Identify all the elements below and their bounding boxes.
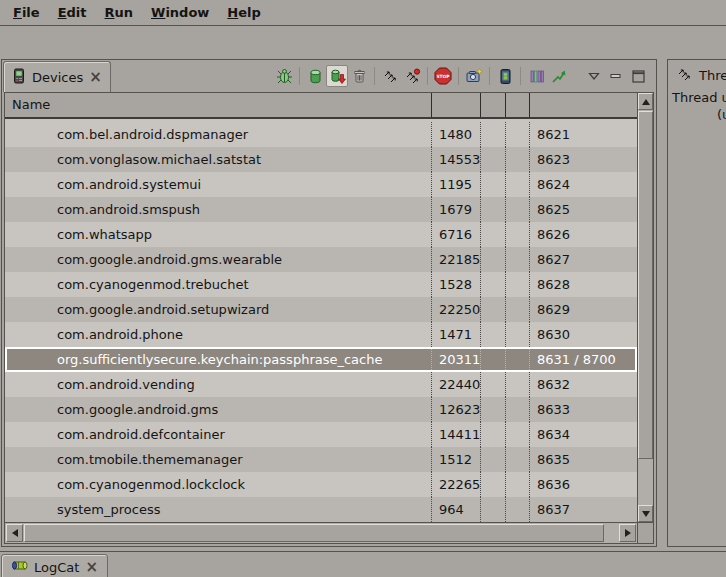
tab-threads[interactable]: Threads bbox=[669, 61, 726, 90]
cell-name: org.sufficientlysecure.keychain:passphra… bbox=[7, 349, 432, 370]
scrollbar-corner bbox=[637, 522, 653, 543]
device-client-row[interactable]: com.android.phone14718630 bbox=[5, 322, 637, 347]
toolbar-separator bbox=[374, 67, 375, 85]
cell-name: com.google.android.gms bbox=[5, 397, 432, 422]
device-client-row[interactable]: com.google.android.setupwizard222508629 bbox=[5, 297, 637, 322]
cause-gc-icon[interactable] bbox=[348, 65, 370, 87]
device-client-row[interactable]: com.cyanogenmod.trebuchet15288628 bbox=[5, 272, 637, 297]
tab-devices[interactable]: Devices × bbox=[3, 61, 111, 92]
scroll-down-button[interactable] bbox=[638, 505, 653, 522]
cell-port: 8632 bbox=[530, 372, 637, 397]
device-client-row[interactable]: com.google.android.gms126238633 bbox=[5, 397, 637, 422]
capture-systrace-icon[interactable] bbox=[525, 65, 547, 87]
dump-view-hierarchy-icon[interactable] bbox=[494, 65, 516, 87]
device-client-row[interactable]: com.tmobile.thememanager15128635 bbox=[5, 447, 637, 472]
cell-e1 bbox=[481, 397, 506, 422]
threads-view: Threads Thread updates not enabled for s… bbox=[667, 59, 726, 547]
close-icon[interactable]: × bbox=[89, 71, 102, 83]
ddms-window: File Edit Run Window Help Devices × bbox=[0, 0, 726, 577]
cell-e1 bbox=[481, 272, 506, 297]
toolbar-separator bbox=[489, 67, 490, 85]
device-table-body: com.bel.android.dspmanager14808621com.vo… bbox=[5, 119, 637, 522]
devices-tabbar: Devices × bbox=[2, 60, 656, 92]
device-client-row[interactable]: com.vonglasow.michael.satstat145538623 bbox=[5, 147, 637, 172]
scroll-left-button[interactable] bbox=[6, 524, 23, 542]
start-method-profiling-icon[interactable] bbox=[401, 65, 423, 87]
cell-e1 bbox=[481, 222, 506, 247]
device-client-row[interactable]: com.bel.android.dspmanager14808621 bbox=[5, 122, 637, 147]
cell-e2 bbox=[506, 272, 530, 297]
cell-port: 8629 bbox=[530, 297, 637, 322]
cell-pid: 22265 bbox=[432, 472, 481, 497]
left-arrow-icon bbox=[12, 529, 18, 537]
horizontal-scroll-thumb[interactable] bbox=[24, 524, 604, 542]
menu-help[interactable]: Help bbox=[218, 2, 269, 23]
cell-pid: 14411 bbox=[432, 422, 481, 447]
device-client-row[interactable]: com.android.vending224408632 bbox=[5, 372, 637, 397]
close-icon[interactable]: × bbox=[85, 561, 98, 573]
device-client-row[interactable]: com.android.systemui11958624 bbox=[5, 172, 637, 197]
menu-bar: File Edit Run Window Help bbox=[0, 0, 726, 26]
vertical-scrollbar[interactable] bbox=[637, 93, 653, 522]
right-arrow-icon bbox=[625, 529, 631, 537]
device-client-row[interactable]: org.sufficientlysecure.keychain:passphra… bbox=[5, 347, 637, 372]
column-header-blank2[interactable] bbox=[506, 93, 530, 117]
threads-message-line1: Thread updates not enabled for selected … bbox=[672, 90, 726, 105]
update-threads-icon[interactable] bbox=[379, 65, 401, 87]
device-client-row[interactable]: com.android.smspush16798625 bbox=[5, 197, 637, 222]
cell-pid: 20311 bbox=[432, 349, 481, 370]
column-header-blank1[interactable] bbox=[481, 93, 506, 117]
cell-e2 bbox=[506, 397, 530, 422]
threads-icon bbox=[676, 66, 693, 86]
menu-file[interactable]: File bbox=[4, 2, 49, 23]
cell-name: system_process bbox=[5, 497, 432, 522]
cell-pid: 1528 bbox=[432, 272, 481, 297]
minimize-view-icon[interactable] bbox=[605, 65, 627, 87]
device-client-row[interactable]: com.android.defcontainer144118634 bbox=[5, 422, 637, 447]
threads-message-line2: (use toolbar button to enable) bbox=[717, 107, 726, 122]
up-arrow-icon bbox=[642, 99, 650, 105]
debug-process-icon[interactable] bbox=[273, 65, 295, 87]
cell-e1 bbox=[481, 322, 506, 347]
screen-capture-icon[interactable] bbox=[463, 65, 485, 87]
horizontal-scrollbar[interactable] bbox=[5, 522, 637, 543]
column-header-pid[interactable] bbox=[432, 93, 481, 117]
cell-e1 bbox=[481, 197, 506, 222]
view-menu-icon[interactable] bbox=[583, 65, 605, 87]
menu-run[interactable]: Run bbox=[96, 2, 143, 23]
toolbar-separator bbox=[458, 67, 459, 85]
logcat-tab-label: LogCat bbox=[34, 560, 79, 575]
cell-name: com.android.smspush bbox=[5, 197, 432, 222]
cell-e2 bbox=[506, 349, 530, 370]
cell-port: 8624 bbox=[530, 172, 637, 197]
cell-pid: 6716 bbox=[432, 222, 481, 247]
device-client-row[interactable]: com.google.android.gms.wearable221858627 bbox=[5, 247, 637, 272]
cell-pid: 14553 bbox=[432, 147, 481, 172]
cell-e2 bbox=[506, 497, 530, 522]
table-header: Name bbox=[5, 93, 637, 119]
menu-edit[interactable]: Edit bbox=[49, 2, 96, 23]
cell-e2 bbox=[506, 147, 530, 172]
start-opengl-trace-icon[interactable] bbox=[547, 65, 569, 87]
cell-pid: 12623 bbox=[432, 397, 481, 422]
cell-e1 bbox=[481, 297, 506, 322]
scroll-right-button[interactable] bbox=[619, 524, 636, 542]
vertical-scroll-thumb[interactable] bbox=[638, 111, 653, 459]
logcat-icon bbox=[11, 558, 28, 576]
svg-text:STOP: STOP bbox=[436, 74, 450, 79]
device-client-row[interactable]: system_process9648637 bbox=[5, 497, 637, 522]
dump-hprof-icon[interactable] bbox=[326, 65, 348, 87]
cell-name: com.android.systemui bbox=[5, 172, 432, 197]
update-heap-icon[interactable] bbox=[304, 65, 326, 87]
menu-window[interactable]: Window bbox=[142, 2, 218, 23]
maximize-view-icon[interactable] bbox=[627, 65, 649, 87]
column-header-name[interactable]: Name bbox=[5, 93, 432, 117]
scroll-up-button[interactable] bbox=[638, 93, 653, 110]
stop-process-icon[interactable]: STOP bbox=[432, 65, 454, 87]
cell-e2 bbox=[506, 222, 530, 247]
device-client-row[interactable]: com.whatsapp67168626 bbox=[5, 222, 637, 247]
device-client-row[interactable]: com.cyanogenmod.lockclock222658636 bbox=[5, 472, 637, 497]
column-header-port[interactable] bbox=[530, 93, 637, 117]
tab-logcat[interactable]: LogCat × bbox=[1, 554, 108, 577]
cell-port: 8635 bbox=[530, 447, 637, 472]
